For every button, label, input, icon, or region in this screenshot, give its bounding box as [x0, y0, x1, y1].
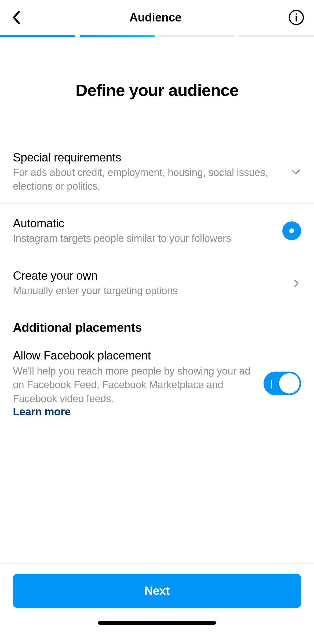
- option-create-own-subtitle: Manually enter your targeting options: [13, 284, 283, 298]
- info-button[interactable]: [288, 9, 304, 26]
- progress-bar: [0, 35, 314, 38]
- option-automatic-subtitle: Instagram targets people similar to your…: [13, 232, 274, 245]
- radio-selected-icon: [282, 221, 301, 240]
- progress-step-3: [159, 35, 234, 37]
- progress-step-1: [0, 35, 75, 37]
- chevron-down-icon: [290, 167, 301, 177]
- special-requirements-title: Special requirements: [13, 151, 282, 164]
- header: Audience: [0, 0, 314, 35]
- chevron-left-icon: [12, 10, 21, 25]
- progress-step-2: [80, 35, 155, 37]
- facebook-placement-title: Allow Facebook placement: [13, 349, 253, 362]
- option-create-own-title: Create your own: [13, 269, 283, 282]
- option-automatic-title: Automatic: [13, 217, 274, 230]
- option-create-your-own[interactable]: Create your own Manually enter your targ…: [0, 257, 314, 307]
- facebook-placement-subtitle: We'll help you reach more people by show…: [13, 364, 253, 406]
- header-title: Audience: [129, 11, 181, 24]
- allow-facebook-placement-row: Allow Facebook placement We'll help you …: [0, 342, 314, 427]
- chevron-right-icon: [291, 279, 301, 288]
- special-requirements-subtitle: For ads about credit, employment, housin…: [13, 166, 282, 193]
- svg-point-1: [295, 13, 297, 15]
- info-icon: [288, 9, 304, 26]
- home-indicator: [98, 621, 216, 625]
- special-requirements-row[interactable]: Special requirements For ads about credi…: [0, 143, 314, 204]
- progress-step-4: [239, 35, 314, 37]
- additional-placements-heading: Additional placements: [0, 307, 314, 342]
- option-automatic[interactable]: Automatic Instagram targets people simil…: [0, 204, 314, 257]
- learn-more-link[interactable]: Learn more: [13, 406, 71, 418]
- back-button[interactable]: [10, 11, 23, 24]
- next-button[interactable]: Next: [13, 574, 301, 608]
- footer: Next: [0, 563, 314, 644]
- facebook-placement-toggle[interactable]: [264, 372, 301, 395]
- page-title: Define your audience: [0, 81, 314, 100]
